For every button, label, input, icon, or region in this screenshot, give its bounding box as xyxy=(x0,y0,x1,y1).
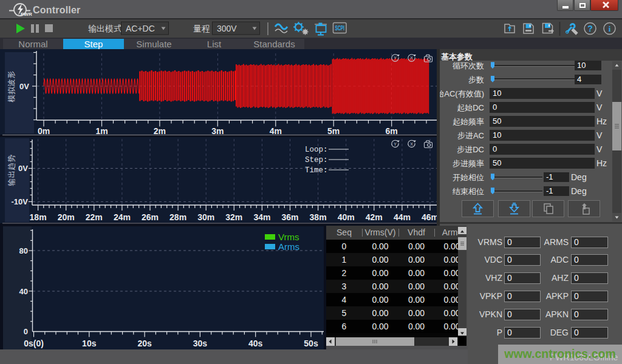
svg-text:i: i xyxy=(609,24,611,33)
svg-text:30s: 30s xyxy=(193,339,208,348)
svg-text:Controller: Controller xyxy=(33,5,80,15)
svg-text:20s: 20s xyxy=(137,339,152,348)
svg-text:量程: 量程 xyxy=(193,24,210,33)
svg-text:36m: 36m xyxy=(281,212,298,222)
svg-text:1m: 1m xyxy=(95,126,108,136)
svg-text:Loop:: Loop: xyxy=(305,146,328,154)
svg-text:80: 80 xyxy=(19,246,28,255)
svg-text:X: X xyxy=(410,56,413,60)
svg-text:6m: 6m xyxy=(386,126,398,136)
svg-text:0s(0): 0s(0) xyxy=(24,339,44,348)
svg-text:Arms: Arms xyxy=(278,241,299,252)
svg-text:0V: 0V xyxy=(19,82,29,91)
svg-text:Y: Y xyxy=(394,56,397,60)
svg-text:32m: 32m xyxy=(225,212,242,222)
svg-text:40s: 40s xyxy=(248,339,263,348)
svg-text:5m: 5m xyxy=(327,126,340,136)
svg-text:?: ? xyxy=(587,24,593,33)
svg-text:300V: 300V xyxy=(217,24,237,33)
svg-text:AC+DC: AC+DC xyxy=(126,24,155,33)
svg-text:18m: 18m xyxy=(30,212,47,222)
svg-text:50s: 50s xyxy=(304,339,318,348)
svg-text:40: 40 xyxy=(19,287,28,296)
svg-text:26m: 26m xyxy=(142,212,159,222)
svg-text:-10V: -10V xyxy=(12,197,29,206)
svg-text:0: 0 xyxy=(24,327,28,336)
svg-text:0m: 0m xyxy=(38,126,50,136)
svg-text:28m: 28m xyxy=(169,212,186,222)
svg-text:38m: 38m xyxy=(310,212,327,222)
svg-text:44m: 44m xyxy=(394,212,411,222)
svg-text:4m: 4m xyxy=(270,126,282,136)
svg-text:X: X xyxy=(410,142,413,146)
svg-text:34m: 34m xyxy=(253,212,270,222)
svg-text:Y: Y xyxy=(394,142,397,146)
svg-text:10s: 10s xyxy=(82,339,97,348)
svg-text:0V: 0V xyxy=(18,164,28,173)
svg-text:3m: 3m xyxy=(211,126,224,136)
svg-text:30m: 30m xyxy=(197,212,214,222)
svg-text:22m: 22m xyxy=(86,212,103,222)
svg-text:Vrms: Vrms xyxy=(278,232,299,242)
svg-text:46m: 46m xyxy=(422,212,439,222)
svg-text:SCPI: SCPI xyxy=(335,24,345,32)
svg-text:42m: 42m xyxy=(366,212,383,222)
svg-text:Time:: Time: xyxy=(305,166,328,175)
svg-text:20m: 20m xyxy=(58,212,75,222)
svg-text:输出模式: 输出模式 xyxy=(88,24,122,33)
svg-text:Step:: Step: xyxy=(305,156,328,164)
svg-text:24m: 24m xyxy=(114,212,131,222)
svg-text:40m: 40m xyxy=(338,212,355,222)
svg-text:PWR: PWR xyxy=(21,12,32,17)
svg-text:2m: 2m xyxy=(154,126,166,136)
